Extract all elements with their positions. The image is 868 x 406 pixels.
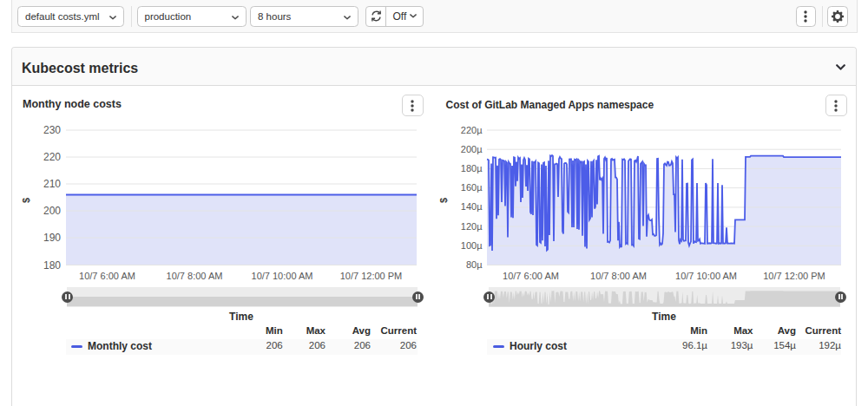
svg-text:10/7 8:00 AM: 10/7 8:00 AM [590,271,647,281]
svg-text:$: $ [438,198,449,203]
svg-text:140µ: 140µ [461,201,483,212]
svg-text:10/7 10:00 AM: 10/7 10:00 AM [252,271,313,281]
svg-text:120µ: 120µ [461,221,483,232]
svg-text:10/7 6:00 AM: 10/7 6:00 AM [503,271,559,281]
svg-text:80µ: 80µ [466,259,483,270]
svg-text:220µ: 220µ [461,125,483,135]
svg-text:10/7 8:00 AM: 10/7 8:00 AM [167,271,223,281]
svg-text:10/7 12:00 PM: 10/7 12:00 PM [340,271,403,281]
svg-text:200µ: 200µ [461,144,483,154]
svg-text:160µ: 160µ [461,182,483,193]
svg-text:$: $ [21,198,31,203]
svg-text:200: 200 [43,205,61,217]
svg-text:180µ: 180µ [461,163,483,174]
svg-text:230: 230 [43,124,61,136]
svg-text:100µ: 100µ [461,240,483,251]
svg-text:190: 190 [43,232,61,244]
svg-text:10/7 10:00 AM: 10/7 10:00 AM [675,271,737,281]
svg-text:210: 210 [43,178,61,190]
svg-text:220: 220 [43,151,61,163]
svg-text:10/7 12:00 PM: 10/7 12:00 PM [763,271,825,281]
svg-text:10/7 6:00 AM: 10/7 6:00 AM [79,271,135,281]
svg-text:180: 180 [43,259,61,272]
